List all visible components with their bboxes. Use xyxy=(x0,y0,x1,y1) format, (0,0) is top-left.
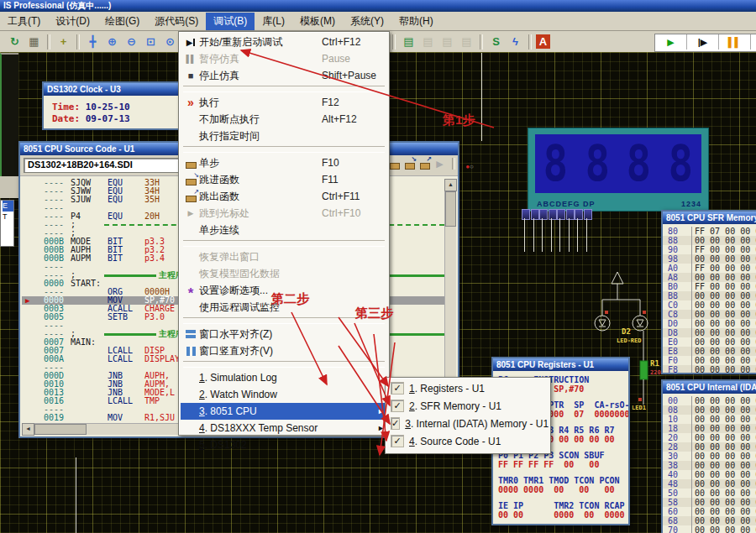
memory-address: 30 xyxy=(668,452,688,461)
zoom-out-button[interactable]: ⊖ xyxy=(123,33,140,50)
design-explorer-button[interactable]: ▤ xyxy=(400,33,417,50)
grid-toggle-button[interactable]: ▦ xyxy=(25,33,43,50)
pin-connector xyxy=(549,209,557,220)
origin-button[interactable]: + xyxy=(55,33,72,50)
memory-address: F8 xyxy=(668,365,688,373)
menu-item-spacer xyxy=(182,388,199,401)
scroll-up-button[interactable]: ▲ xyxy=(444,179,457,191)
debug-menu-item-simulation-log[interactable]: 1. Simulation Log xyxy=(181,369,387,386)
menu-separator xyxy=(183,240,385,247)
debug-menu-item-execute-no-breakpoint[interactable]: 不加断点执行Alt+F12 xyxy=(181,111,387,128)
toolbar-separator xyxy=(480,34,483,50)
idata-window-title[interactable]: 8051 CPU Internal (IDATA) Memory - U1 xyxy=(663,381,756,394)
play-button[interactable]: ▶ xyxy=(655,34,687,50)
submenu-item-label: 2. SFR Memory - U1 xyxy=(409,400,549,412)
menu-source[interactable]: 源代码(S) xyxy=(147,13,206,30)
menu-debug[interactable]: 调试(B) xyxy=(206,13,255,30)
debug-menu-item-ds1302[interactable]: 5. DS1302► xyxy=(181,436,387,453)
toggle-breakpoint-icon[interactable]: ↔●○ xyxy=(461,158,478,170)
zoom-in-icon: ⊕ xyxy=(108,35,117,48)
debug-menu-item-ds18xxx-temp-sensor[interactable]: 4. DS18XXX Temp Sensor► xyxy=(181,420,387,436)
column-divider xyxy=(691,300,692,310)
step-button[interactable]: |▶ xyxy=(687,34,719,50)
column-divider xyxy=(691,452,692,461)
d2-type-label: LED-RED xyxy=(617,337,642,344)
menu-system[interactable]: 系统(Y) xyxy=(343,13,391,30)
menu-design[interactable]: 设计(D) xyxy=(48,13,97,30)
registers-window-title[interactable]: 8051 CPU Registers - U1 xyxy=(493,358,628,371)
line-mnemonic: BIT xyxy=(108,254,123,263)
debug-menu-popup: 开始/重新启动调试Ctrl+F12暂停仿真Pause停止仿真Shift+Paus… xyxy=(178,31,390,436)
clock-row-label: Time: xyxy=(52,102,86,112)
menu-tools[interactable]: 工具(T) xyxy=(0,13,48,30)
debug-menu-item-diagnostic-options[interactable]: 设置诊断选项... xyxy=(181,282,387,299)
debug-menu-item-step-out[interactable]: 跳出函数Ctrl+F11 xyxy=(181,188,387,205)
memory-row: 3000 00 00 00 00 xyxy=(663,452,756,461)
column-divider xyxy=(691,424,692,433)
step-over-icon[interactable] xyxy=(388,158,401,170)
redraw-button[interactable]: ↻ xyxy=(6,33,24,50)
menu-library[interactable]: 库(L) xyxy=(255,13,292,30)
debug-menu-item-stop-sim[interactable]: 停止仿真Shift+Pause xyxy=(181,67,387,84)
scroll-thumb[interactable] xyxy=(445,191,456,227)
toolbar-left-group: ↻▦+╋⊕⊖⊡⊙ xyxy=(5,33,180,50)
accelerator-number: 2 xyxy=(199,389,205,400)
submenu-item-registers[interactable]: ✓1. Registers - U1 xyxy=(387,379,549,397)
submenu-arrow-icon: ► xyxy=(377,407,385,415)
app-title-bar[interactable]: IS Professional (仿真中......) xyxy=(0,0,756,12)
menu-item-shortcut: Alt+F12 xyxy=(322,113,386,125)
memory-row: C800 00 00 00 00 xyxy=(663,310,756,319)
electrical-check-button[interactable]: ϟ xyxy=(507,33,524,50)
memory-values: 00 00 00 00 00 xyxy=(688,461,756,470)
memory-row: A0FF 00 00 00 00 xyxy=(663,264,756,273)
toolbar-separator xyxy=(76,34,80,50)
pause-button[interactable]: ▌▌ xyxy=(719,34,751,50)
sfr-memory-window: 8051 CPU SFR Memory - U1 80FF 07 00 00 0… xyxy=(661,210,756,374)
column-divider xyxy=(691,433,692,442)
pin-connector xyxy=(566,209,575,220)
debug-menu-item-remote-debug-monitor[interactable]: 使用远程调试监控 xyxy=(181,299,387,316)
zoom-in-button[interactable]: ⊕ xyxy=(103,33,121,50)
debug-menu-item-execute-timed[interactable]: 执行指定时间 xyxy=(181,128,387,144)
memory-values: 00 00 00 00 00 xyxy=(688,365,756,373)
memory-row: A800 00 00 00 00 xyxy=(663,273,756,282)
debug-menu-item-tile-horizontal[interactable]: 窗口水平对齐(Z) xyxy=(181,326,387,342)
step-into-icon[interactable] xyxy=(403,158,416,170)
app-title: IS Professional (仿真中......) xyxy=(3,1,111,10)
zoom-area-button[interactable]: ⊡ xyxy=(142,33,160,50)
electrical-check-icon: ϟ xyxy=(512,35,518,48)
memory-values: FF 00 00 00 00 xyxy=(688,245,756,254)
debug-menu-item-watch-window[interactable]: 2. Watch Window xyxy=(181,386,387,403)
submenu-item-sfr-memory[interactable]: ✓2. SFR Memory - U1 xyxy=(387,397,549,415)
play-icon: ▶ xyxy=(667,37,674,48)
menu-graph[interactable]: 绘图(G) xyxy=(97,13,147,30)
scroll-left-button[interactable]: ◄ xyxy=(22,423,34,436)
zoom-all-button[interactable]: ⊙ xyxy=(161,33,179,50)
scroll-thumb[interactable] xyxy=(34,424,87,435)
debug-menu-item-execute[interactable]: 执行F12 xyxy=(181,94,387,111)
debug-menu-item-step-over[interactable]: 单步F10 xyxy=(181,154,387,171)
menu-help[interactable]: 帮助(H) xyxy=(391,13,441,30)
memory-values: FF 00 00 00 00 xyxy=(688,282,756,291)
accelerator-number: 1 xyxy=(409,383,415,395)
line-mnemonic: SETB xyxy=(108,313,128,321)
step-out-icon[interactable] xyxy=(418,158,431,170)
sfr-window-title[interactable]: 8051 CPU SFR Memory - U1 xyxy=(663,212,756,224)
submenu-item-source-code[interactable]: ✓4. Source Code - U1 xyxy=(387,432,549,450)
debug-menu-item-8051-cpu[interactable]: 3. 8051 CPU► xyxy=(181,403,387,420)
accelerator-number: 5 xyxy=(199,439,205,451)
debug-menu-item-single-step-continuous[interactable]: 单步连续 xyxy=(181,222,387,238)
submenu-item-idata-memory[interactable]: ✓3. Internal (IDATA) Memory - U1 xyxy=(387,415,549,432)
stop-button[interactable]: ■ xyxy=(751,34,756,50)
memory-row: D000 00 00 00 00 xyxy=(663,319,756,328)
ds1302-window-title[interactable]: DS1302 Clock - U3 xyxy=(44,83,178,96)
memory-address: 60 xyxy=(668,507,688,516)
menu-template[interactable]: 模板(M) xyxy=(292,13,343,30)
debug-menu-item-step-into[interactable]: 跳进函数F11 xyxy=(181,171,387,188)
source-debug-icons: ▶ ↔●○ xyxy=(388,158,478,170)
pan-button[interactable]: ╋ xyxy=(84,33,102,50)
debug-menu-item-start-restart-debug[interactable]: 开始/重新启动调试Ctrl+F12 xyxy=(181,34,387,50)
source-doc-button[interactable]: S xyxy=(487,33,505,50)
ares-netlist-button[interactable]: A xyxy=(536,34,550,49)
debug-menu-item-tile-vertical[interactable]: 窗口竖直对齐(V) xyxy=(181,342,387,359)
